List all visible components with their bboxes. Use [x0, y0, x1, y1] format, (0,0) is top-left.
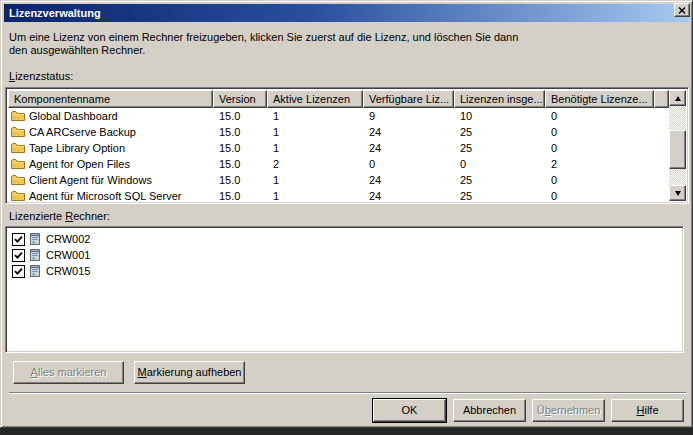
folder-icon: [11, 142, 25, 154]
column-header-total[interactable]: Lizenzen insge...: [454, 90, 545, 108]
column-header-stub: [654, 90, 669, 108]
column-header-version[interactable]: Version: [213, 90, 267, 108]
licensed-machines-list: CRW002 CRW001 CRW015: [5, 226, 684, 353]
machine-checkbox[interactable]: [12, 265, 25, 278]
list-item[interactable]: CRW001: [6, 247, 683, 263]
scroll-down-button[interactable]: [669, 185, 686, 201]
screen: { "window": { "title": "Lizenzverwaltung…: [0, 0, 693, 435]
machine-name: CRW002: [46, 233, 90, 245]
intro-line-1: Um eine Lizenz von einem Rechner freizug…: [9, 31, 518, 44]
table-row[interactable]: CA ARCserve Backup 15.0 1 24 25 0: [8, 124, 669, 140]
close-button[interactable]: [674, 3, 690, 17]
license-management-dialog: Lizenzverwaltung Um eine Lizenz von eine…: [0, 0, 693, 428]
table-row[interactable]: Global Dashboard 15.0 1 9 10 0: [8, 108, 669, 124]
select-all-button[interactable]: Alles markieren: [13, 361, 124, 384]
scroll-up-icon: [675, 96, 681, 101]
list-item[interactable]: CRW002: [6, 231, 683, 247]
close-icon: [678, 7, 686, 14]
computer-icon: [30, 264, 41, 278]
table-row[interactable]: Tape Library Option 15.0 1 24 25 0: [8, 140, 669, 156]
machine-name: CRW001: [46, 249, 90, 261]
ok-button[interactable]: OK: [373, 399, 446, 422]
list-item[interactable]: CRW015: [6, 263, 683, 279]
license-status-label: Lizenzstatus:: [9, 70, 73, 82]
table-vertical-scrollbar[interactable]: [669, 90, 686, 201]
table-row[interactable]: Agent für Microsoft SQL Server 15.0 1 24…: [8, 188, 669, 201]
column-header-component[interactable]: Komponentenname: [8, 90, 213, 108]
table-row[interactable]: Agent for Open Files 15.0 2 0 0 2: [8, 156, 669, 172]
folder-icon: [11, 126, 25, 138]
table-header: Komponentenname Version Aktive Lizenzen …: [8, 90, 669, 108]
computer-icon: [30, 248, 41, 262]
folder-icon: [11, 110, 25, 122]
scroll-up-button[interactable]: [669, 90, 686, 106]
column-header-active[interactable]: Aktive Lizenzen: [267, 90, 363, 108]
column-header-available[interactable]: Verfügbare Liz...: [363, 90, 454, 108]
window-title: Lizenzverwaltung: [4, 7, 101, 19]
machine-name: CRW015: [46, 265, 90, 277]
folder-icon: [11, 158, 25, 170]
divider: [9, 392, 686, 394]
machine-checkbox[interactable]: [12, 233, 25, 246]
licensed-machines-label: Lizenzierte Rechner:: [9, 210, 110, 222]
table-body: Komponentenname Version Aktive Lizenzen …: [8, 90, 669, 201]
clear-selection-button[interactable]: Markierung aufheben: [134, 361, 245, 384]
intro-text: Um eine Lizenz von einem Rechner freizug…: [9, 31, 518, 57]
folder-icon: [11, 190, 25, 201]
help-button[interactable]: Hilfe: [611, 399, 684, 422]
cancel-button[interactable]: Abbrechen: [453, 399, 526, 422]
folder-icon: [11, 174, 25, 186]
computer-icon: [30, 232, 41, 246]
license-status-table: Komponentenname Version Aktive Lizenzen …: [5, 87, 689, 204]
titlebar: Lizenzverwaltung: [4, 4, 689, 22]
table-row[interactable]: Client Agent für Windows 15.0 1 24 25 0: [8, 172, 669, 188]
scrollbar-thumb[interactable]: [669, 130, 686, 169]
apply-button[interactable]: Übernehmen: [532, 399, 605, 422]
scroll-down-icon: [675, 191, 681, 196]
machine-checkbox[interactable]: [12, 249, 25, 262]
intro-line-2: den ausgewählten Rechner.: [9, 44, 518, 57]
scrollbar-track[interactable]: [669, 106, 686, 185]
column-header-needed[interactable]: Benötigte Lizenze...: [545, 90, 654, 108]
